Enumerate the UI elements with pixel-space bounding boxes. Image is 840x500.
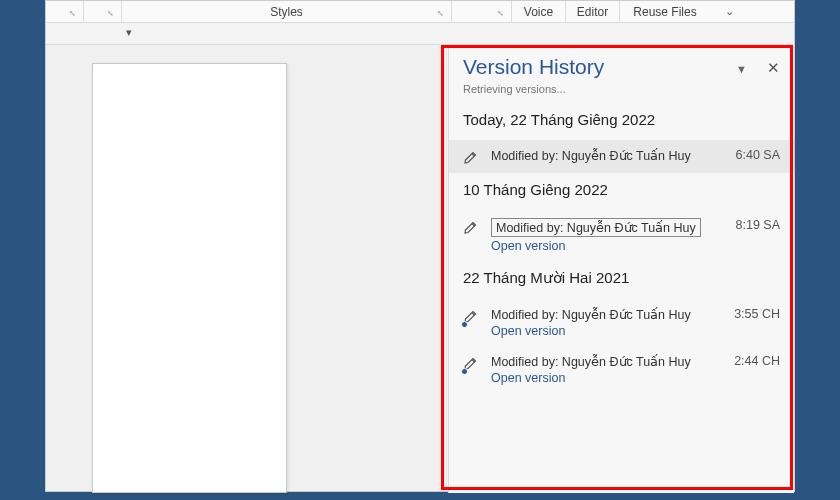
panel-header: Version History ▼ ✕ [449, 45, 794, 83]
ribbon-group-blank2: ⤡ [84, 1, 122, 22]
pencil-icon [463, 149, 481, 165]
styles-group-label: Styles [128, 5, 445, 19]
ribbon-group-reuse[interactable]: Reuse Files [620, 1, 710, 22]
modified-by-text: Modified by: Nguyễn Đức Tuấn Huy [491, 354, 691, 369]
version-body: Modified by: Nguyễn Đức Tuấn Huy [491, 148, 728, 163]
ribbon-group-voice[interactable]: Voice [512, 1, 566, 22]
reuse-files-label: Reuse Files [633, 5, 696, 19]
ribbon-bar: ⤡ ⤡ Styles ⤡ ⤡ Voice Editor Reuse Files … [46, 1, 794, 23]
ribbon-sub-bar: ▾ [46, 23, 794, 45]
pencil-icon [463, 219, 481, 235]
open-version-link[interactable]: Open version [491, 324, 726, 338]
ribbon-group-blank1: ⤡ [46, 1, 84, 22]
date-group-heading: 10 Tháng Giêng 2022 [463, 181, 780, 198]
version-item[interactable]: Modified by: Nguyễn Đức Tuấn HuyOpen ver… [449, 210, 794, 261]
autosave-indicator-icon [461, 368, 468, 375]
version-groups-list: Today, 22 Tháng Giêng 2022Modified by: N… [449, 103, 794, 393]
dialog-launcher-icon[interactable]: ⤡ [497, 9, 507, 19]
version-item[interactable]: Modified by: Nguyễn Đức Tuấn HuyOpen ver… [449, 299, 794, 346]
version-body: Modified by: Nguyễn Đức Tuấn HuyOpen ver… [491, 307, 726, 338]
document-page[interactable] [92, 63, 287, 493]
version-body: Modified by: Nguyễn Đức Tuấn HuyOpen ver… [491, 218, 728, 253]
ribbon-collapse[interactable]: ⌄ [710, 1, 738, 22]
modified-by-text: Modified by: Nguyễn Đức Tuấn Huy [491, 307, 691, 322]
dialog-launcher-icon[interactable]: ⤡ [69, 9, 79, 19]
version-timestamp: 2:44 CH [734, 354, 780, 368]
pencil-icon [463, 355, 481, 371]
ribbon-group-blank3: ⤡ [452, 1, 512, 22]
app-window: ⤡ ⤡ Styles ⤡ ⤡ Voice Editor Reuse Files … [45, 0, 795, 492]
version-timestamp: 6:40 SA [736, 148, 780, 162]
date-group-heading: Today, 22 Tháng Giêng 2022 [463, 111, 780, 128]
dialog-launcher-icon[interactable]: ⤡ [107, 9, 117, 19]
version-body: Modified by: Nguyễn Đức Tuấn HuyOpen ver… [491, 354, 726, 385]
version-date-group: 10 Tháng Giêng 2022 [449, 173, 794, 210]
ribbon-group-editor[interactable]: Editor [566, 1, 620, 22]
version-date-group: 22 Tháng Mười Hai 2021 [449, 261, 794, 299]
close-icon[interactable]: ✕ [767, 59, 780, 77]
version-item[interactable]: Modified by: Nguyễn Đức Tuấn Huy6:40 SA [449, 140, 794, 173]
dialog-launcher-icon[interactable]: ⤡ [437, 9, 447, 19]
modified-by-text: Modified by: Nguyễn Đức Tuấn Huy [491, 148, 691, 163]
version-timestamp: 3:55 CH [734, 307, 780, 321]
date-group-heading: 22 Tháng Mười Hai 2021 [463, 269, 780, 287]
caret-down-icon: ⌄ [725, 5, 734, 18]
editor-label: Editor [577, 5, 608, 19]
version-timestamp: 8:19 SA [736, 218, 780, 232]
panel-title: Version History [463, 55, 736, 79]
panel-dropdown-icon[interactable]: ▼ [736, 63, 747, 75]
version-item[interactable]: Modified by: Nguyễn Đức Tuấn HuyOpen ver… [449, 346, 794, 393]
version-date-group: Today, 22 Tháng Giêng 2022 [449, 103, 794, 140]
autosave-indicator-icon [461, 321, 468, 328]
voice-label: Voice [524, 5, 553, 19]
ribbon-group-styles: Styles ⤡ [122, 1, 452, 22]
open-version-link[interactable]: Open version [491, 239, 728, 253]
pencil-icon [463, 308, 481, 324]
overflow-toggle-icon[interactable]: ▾ [126, 26, 132, 39]
modified-by-text: Modified by: Nguyễn Đức Tuấn Huy [491, 218, 701, 237]
open-version-link[interactable]: Open version [491, 371, 726, 385]
panel-status-text: Retrieving versions... [449, 83, 794, 103]
version-history-panel: Version History ▼ ✕ Retrieving versions.… [448, 45, 794, 493]
